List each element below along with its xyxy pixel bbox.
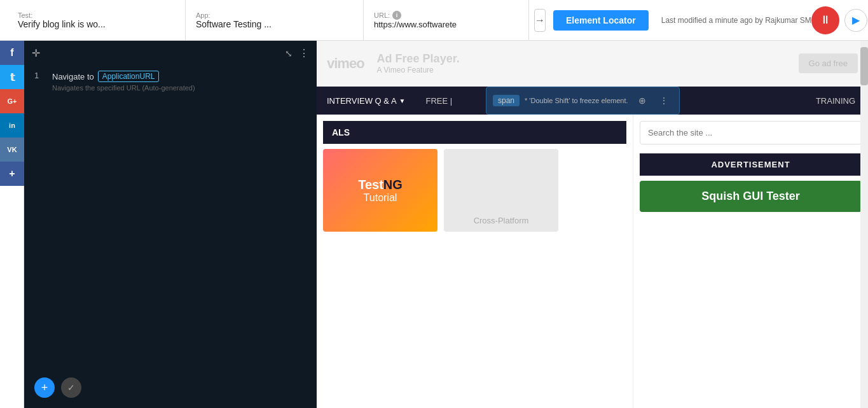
navigate-to-text: Navigate to [52, 72, 94, 81]
tooltip-hint: * 'Double Shift' to freeze element. [525, 97, 628, 104]
main-area: f 𝕥 G+ in VK + ✛ ⤡ ⋮ 1 Navigate to Appli… [0, 41, 868, 408]
element-tooltip: span * 'Double Shift' to freeze element.… [486, 87, 680, 115]
social-sidebar: f 𝕥 G+ in VK + [0, 41, 24, 408]
step-number: 1 [34, 71, 46, 80]
application-url-tag[interactable]: ApplicationURL [98, 71, 160, 82]
header-icons: ⤡ ⋮ [285, 47, 309, 59]
vimeo-logo: vimeo [327, 55, 364, 72]
nav-item-interview[interactable]: INTERVIEW Q & A ▼ [317, 87, 415, 115]
search-input[interactable] [640, 121, 862, 144]
url-label: URL: i [374, 11, 518, 20]
tooltip-tag: span [493, 95, 520, 106]
nav-free-label: FREE | [425, 96, 452, 106]
testng-text: TestNG [358, 178, 403, 192]
vk-button[interactable]: VK [0, 137, 24, 162]
url-info-icon[interactable]: i [392, 11, 401, 20]
ng-part: NG [383, 178, 403, 192]
test-part: Test [358, 178, 383, 192]
test-section: Test: Verify blog link is wo... [8, 0, 186, 40]
left-panel-footer: + ✓ [34, 377, 81, 398]
ad-text: Ad Free Player. A Vimeo Feature [377, 52, 786, 74]
step-title: Navigate to ApplicationURL [52, 71, 307, 82]
modified-text: Last modified a minute ago by Rajkumar S… [661, 16, 811, 25]
scrollbar-track[interactable] [860, 41, 868, 408]
drag-icon: ✛ [32, 47, 40, 59]
testng-card[interactable]: TestNG Tutorial [323, 149, 437, 232]
twitter-button[interactable]: 𝕥 [0, 65, 24, 89]
app-name: Software Testing ... [196, 19, 342, 29]
tutorial-header-text: ALS [332, 127, 350, 137]
right-sidebar: ADVERTISEMENT Squish GUI Tester [633, 115, 868, 408]
facebook-button[interactable]: f [0, 41, 24, 65]
navigate-button[interactable]: → [534, 9, 546, 32]
validate-button[interactable]: ✓ [61, 377, 81, 398]
site-nav: INTERVIEW Q & A ▼ FREE | span * 'Double … [317, 87, 868, 115]
tutorial-cards: TestNG Tutorial Cross-Platform [323, 149, 626, 232]
share-button[interactable]: + [0, 162, 24, 186]
scrollbar-thumb[interactable] [860, 47, 868, 85]
nav-dropdown-arrow: ▼ [399, 97, 406, 104]
nav-item-training[interactable]: TRAINING [806, 87, 868, 115]
test-name: Verify blog link is wo... [18, 19, 164, 29]
ad-title: Ad Free Player. [377, 52, 786, 66]
url-value: https://www.softwarete [374, 20, 507, 29]
left-content: ALS TestNG Tutorial Cross-Platform [317, 115, 633, 408]
top-bar: Test: Verify blog link is wo... App: Sof… [0, 0, 868, 41]
advertisement-label: ADVERTISEMENT [640, 153, 862, 176]
step-content: Navigate to ApplicationURL Navigates the… [52, 71, 307, 92]
element-locator-button[interactable]: Element Locator [553, 10, 649, 31]
tooltip-icons: ⊕ ⋮ [633, 92, 673, 109]
go-ad-free-button[interactable]: Go ad free [799, 53, 858, 73]
left-panel-header: ✛ ⤡ ⋮ [24, 41, 317, 66]
url-label-text: URL: [374, 11, 390, 19]
ad-banner: vimeo Ad Free Player. A Vimeo Feature Go… [317, 41, 868, 87]
content-below: ALS TestNG Tutorial Cross-Platform [317, 115, 868, 408]
url-section: URL: i https://www.softwarete [364, 0, 529, 40]
step-row: 1 Navigate to ApplicationURL Navigates t… [24, 66, 317, 97]
test-label: Test: [18, 11, 175, 19]
minimize-icon[interactable]: ⤡ [285, 48, 293, 59]
cross-platform-label: Cross-Platform [474, 216, 529, 225]
top-bar-right: ⏸ ▶ [811, 6, 867, 34]
tooltip-network-icon[interactable]: ⊕ [633, 92, 651, 109]
tooltip-more-icon[interactable]: ⋮ [655, 92, 673, 109]
left-panel: ✛ ⤡ ⋮ 1 Navigate to ApplicationURL Navig… [24, 41, 317, 408]
more-options-icon[interactable]: ⋮ [299, 47, 309, 59]
step-description: Navigates the specified URL (Auto-genera… [52, 84, 307, 92]
play-button[interactable]: ▶ [844, 9, 867, 32]
squish-text: Squish GUI Tester [701, 190, 800, 202]
google-plus-button[interactable]: G+ [0, 89, 24, 113]
nav-interview-label: INTERVIEW Q & A [327, 96, 397, 106]
add-step-button[interactable]: + [34, 377, 55, 398]
tutorial-header: ALS [323, 121, 626, 144]
ad-subtitle: A Vimeo Feature [377, 66, 786, 74]
browser-content: vimeo Ad Free Player. A Vimeo Feature Go… [317, 41, 868, 408]
pause-button[interactable]: ⏸ [811, 6, 839, 34]
linkedin-button[interactable]: in [0, 113, 24, 137]
nav-training-label: TRAINING [816, 96, 855, 106]
app-label: App: [196, 11, 353, 19]
nav-item-free[interactable]: FREE | [415, 87, 462, 115]
squish-ad[interactable]: Squish GUI Tester [640, 181, 862, 212]
second-card[interactable]: Cross-Platform [444, 149, 558, 232]
app-section: App: Software Testing ... [186, 0, 364, 40]
tutorial-label: Tutorial [364, 192, 397, 204]
